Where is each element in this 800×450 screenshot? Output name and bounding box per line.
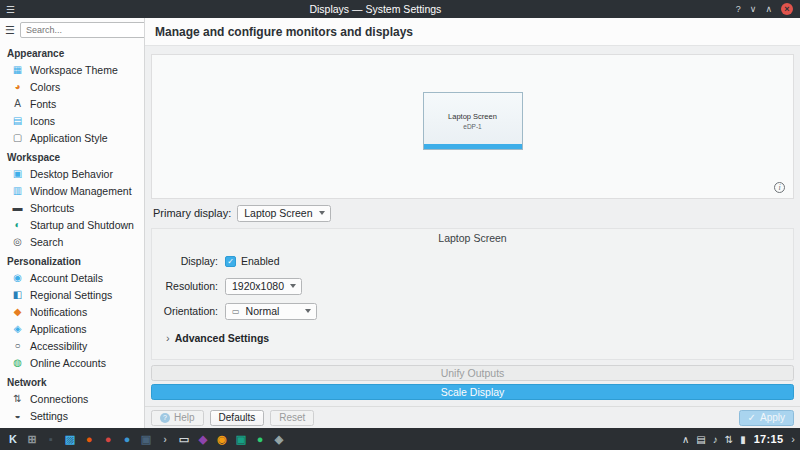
sidebar-item-fonts[interactable]: AFonts (0, 95, 144, 112)
sidebar-item-desktop-behavior[interactable]: ▣Desktop Behavior (0, 165, 144, 182)
window-body: ☰ Appearance▦Workspace Theme◕ColorsAFont… (0, 18, 800, 428)
sidebar-item-startup-and-shutdown[interactable]: ◐Startup and Shutdown (0, 216, 144, 233)
defaults-button-label: Defaults (219, 412, 256, 423)
apply-button[interactable]: ✓ Apply (739, 410, 794, 426)
desktop-behavior-icon: ▣ (11, 167, 24, 180)
sidebar-item-shortcuts[interactable]: ▬Shortcuts (0, 199, 144, 216)
orientation-label: Orientation: (160, 305, 218, 317)
sidebar-item-label: Application Style (30, 132, 108, 144)
apply-button-label: Apply (760, 412, 785, 423)
panel-toggle-icon[interactable]: › (791, 433, 795, 445)
sidebar-item-label: Fonts (30, 98, 56, 110)
terminal-icon[interactable]: › (157, 431, 173, 447)
orientation-value: Normal (246, 305, 280, 317)
search-input[interactable] (20, 22, 145, 38)
unify-outputs-button[interactable]: Unify Outputs (151, 365, 794, 381)
sidebar-item-label: Desktop Behavior (30, 168, 113, 180)
taskbar-app-icon[interactable]: ◈ (271, 431, 287, 447)
shortcuts-icon: ▬ (11, 201, 24, 214)
sidebar-item-accessibility[interactable]: ○Accessibility (0, 337, 144, 354)
taskbar-app-icon[interactable]: ▣ (138, 431, 154, 447)
clipboard-icon[interactable]: ▤ (696, 434, 705, 445)
sidebar-item-label: Workspace Theme (30, 64, 118, 76)
chevron-down-icon (290, 284, 296, 288)
advanced-settings-expander[interactable]: › Advanced Settings (166, 332, 793, 344)
orientation-select[interactable]: ▭ Normal (225, 303, 317, 320)
sidebar-item-label: Search (30, 236, 63, 248)
search-icon: ◎ (11, 235, 24, 248)
system-tray: ∧▤♪⇅▮ 17:15 › (682, 433, 795, 445)
monitor-preview-area: Laptop Screen eDP-1 i (151, 54, 794, 199)
taskbar-app-icon[interactable]: ▭ (176, 431, 192, 447)
sidebar-item-search[interactable]: ◎Search (0, 233, 144, 250)
taskbar-app-icon[interactable]: ◉ (214, 431, 230, 447)
maximize-button[interactable]: ∧ (765, 4, 772, 14)
sidebar-item-label: Window Management (30, 185, 132, 197)
connections-icon: ⇅ (11, 392, 24, 405)
reset-button-label: Reset (279, 412, 305, 423)
sidebar-item-applications[interactable]: ◈Applications (0, 320, 144, 337)
file-manager-icon[interactable]: ▨ (62, 431, 78, 447)
taskbar-app-icon[interactable]: ▣ (233, 431, 249, 447)
network-icon[interactable]: ⇅ (725, 434, 733, 445)
settings-icon: ◒ (11, 409, 24, 422)
screen: ☰ Displays — System Settings ? ∨ ∧ × ☰ A… (0, 0, 800, 450)
sidebar-item-colors[interactable]: ◕Colors (0, 78, 144, 95)
reset-button[interactable]: Reset (270, 410, 314, 426)
window-management-icon: ▥ (11, 184, 24, 197)
enabled-checkbox[interactable]: ✓ (225, 256, 236, 267)
sidebar-item-application-style[interactable]: ▢Application Style (0, 129, 144, 146)
pager-icon[interactable]: ⊞ (24, 431, 40, 447)
sidebar-item-online-accounts[interactable]: ◍Online Accounts (0, 354, 144, 371)
close-button[interactable]: × (781, 3, 793, 15)
orientation-row: Orientation: ▭ Normal (160, 302, 793, 320)
page-title: Manage and configure monitors and displa… (145, 18, 800, 46)
taskbar-app-icon[interactable]: ● (252, 431, 268, 447)
sidebar-section-personalization: Personalization (0, 250, 144, 269)
titlebar: ☰ Displays — System Settings ? ∨ ∧ × (0, 0, 800, 18)
info-icon[interactable]: i (774, 182, 785, 193)
sidebar-item-workspace-theme[interactable]: ▦Workspace Theme (0, 61, 144, 78)
sidebar-item-connections[interactable]: ⇅Connections (0, 390, 144, 407)
sidebar-item-regional-settings[interactable]: ◧Regional Settings (0, 286, 144, 303)
taskbar-app-icon[interactable]: ● (100, 431, 116, 447)
volume-icon[interactable]: ♪ (713, 434, 718, 445)
application-style-icon: ▢ (11, 131, 24, 144)
launcher-icon[interactable]: K (5, 431, 21, 447)
resolution-select[interactable]: 1920x1080 (225, 278, 302, 295)
sidebar-item-notifications[interactable]: ◆Notifications (0, 303, 144, 320)
battery-icon[interactable]: ▮ (740, 434, 746, 445)
taskbar-app-icon[interactable]: ● (119, 431, 135, 447)
primary-display-label: Primary display: (153, 207, 231, 219)
sidebar-item-icons[interactable]: ▤Icons (0, 112, 144, 129)
scale-display-button[interactable]: Scale Display (151, 384, 794, 400)
firefox-icon[interactable]: ● (81, 431, 97, 447)
sidebar-item-label: Regional Settings (30, 289, 112, 301)
clock[interactable]: 17:15 (754, 433, 784, 445)
monitor-output: eDP-1 (463, 123, 481, 130)
defaults-button[interactable]: Defaults (210, 410, 265, 426)
help-button[interactable]: ? Help (151, 410, 204, 426)
resolution-value: 1920x1080 (232, 280, 284, 292)
taskbar-app-icon[interactable]: ▪ (43, 431, 59, 447)
sidebar-item-account-details[interactable]: ◉Account Details (0, 269, 144, 286)
notifications-icon: ◆ (11, 305, 24, 318)
tray-icons: ∧▤♪⇅▮ (682, 434, 746, 445)
chevron-down-icon (305, 309, 311, 313)
chevron-down-icon (319, 211, 325, 215)
minimize-button[interactable]: ∨ (750, 4, 757, 14)
sidebar-item-settings[interactable]: ◒Settings (0, 407, 144, 424)
taskbar-app-icon[interactable]: ◆ (195, 431, 211, 447)
primary-display-value: Laptop Screen (244, 207, 312, 219)
sidebar-menu-icon[interactable]: ☰ (5, 24, 15, 37)
primary-display-select[interactable]: Laptop Screen (237, 205, 330, 222)
sidebar-item-window-management[interactable]: ▥Window Management (0, 182, 144, 199)
window-help-button[interactable]: ? (736, 4, 741, 14)
monitor-widget[interactable]: Laptop Screen eDP-1 (423, 92, 523, 150)
sidebar-search-row: ☰ (0, 18, 144, 42)
sidebar-item-label: Applications (30, 323, 87, 335)
hamburger-menu-icon[interactable]: ☰ (6, 4, 15, 15)
expand-tray-icon[interactable]: ∧ (682, 434, 689, 445)
sidebar-item-label: Account Details (30, 272, 103, 284)
primary-display-row: Primary display: Laptop Screen (153, 202, 794, 224)
